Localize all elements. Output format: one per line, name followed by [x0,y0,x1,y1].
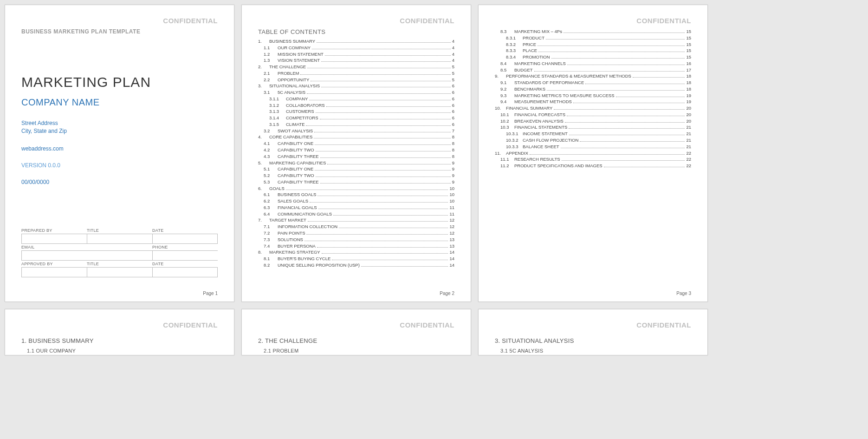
page-6: CONFIDENTIAL 3. SITUATIONAL ANALYSIS 3.1… [478,309,708,355]
toc-entry[interactable]: 3.1.5CLIMATE6 [258,121,454,128]
toc-entry[interactable]: 7.1INFORMATION COLLECTION12 [258,223,454,230]
email-field[interactable] [21,250,152,261]
toc-entry[interactable]: 3.SITUATIONAL ANALYSIS6 [258,83,454,89]
toc-dots [327,164,450,164]
toc-entry[interactable]: 8.2UNIQUE SELLING PROPOSITION (USP)14 [258,262,454,269]
toc-text: BUSINESS GOALS [278,191,316,198]
toc-entry[interactable]: 8.MARKETING STRATEGY14 [258,249,454,256]
toc-text: CAPABILITY ONE [278,140,313,147]
toc-text: MARKETING MIX – 4Ps [514,28,562,35]
toc-entry[interactable]: 5.MARKETING CAPABILITIES9 [258,160,454,166]
toc-num: 4.1 [264,140,275,147]
toc-dots [585,84,685,84]
toc-entry[interactable]: 3.1.3CUSTOMERS6 [258,108,454,115]
toc-entry[interactable]: 6.2SALES GOALS10 [258,198,454,204]
toc-page: 15 [686,28,691,35]
toc-entry[interactable]: 4.3CAPABILITY THREE8 [258,153,454,160]
toc-entry[interactable]: 8.3.4PROMOTION15 [495,54,691,60]
approved-by-field[interactable] [21,267,87,277]
toc-page: 16 [686,60,691,67]
toc-entry[interactable]: 2.1PROBLEM5 [258,70,454,77]
toc-entry[interactable]: 7.TARGET MARKET12 [258,217,454,223]
toc-entry[interactable]: 9.2BENCHMARKS18 [495,86,691,92]
toc-page: 17 [686,67,691,73]
toc-entry[interactable]: 8.3.3PLACE15 [495,47,691,54]
toc-entry[interactable]: 10.3.3BALANCE SHEET21 [495,144,691,150]
toc-num: 7.4 [264,243,275,249]
prepared-by-field[interactable] [21,234,87,244]
toc-num: 10.3.3 [506,144,520,150]
date-field[interactable] [152,234,218,244]
toc-entry[interactable]: 1.2MISSION STATEMENT4 [258,51,454,58]
title-field-2[interactable] [87,267,152,277]
toc-entry[interactable]: 7.2PAIN POINTS12 [258,230,454,236]
toc-entry[interactable]: 9.3MARKETING METRICS TO MEASURE SUCCESS1… [495,92,691,99]
toc-entry[interactable]: 1.3VISION STATEMENT4 [258,57,454,64]
toc-entry[interactable]: 8.3.1PRODUCT15 [495,35,691,41]
toc-page: 14 [449,262,454,269]
signature-form: PREPARED BY TITLE DATE EMAIL PHONE APPRO… [21,228,218,278]
toc-entry[interactable]: 1.BUSINESS SUMMARY4 [258,38,454,45]
toc-num: 8.1 [264,256,275,262]
toc-num: 9. [495,73,503,79]
toc-page: 5 [452,64,454,70]
toc-entry[interactable]: 4.CORE CAPABILITIES8 [258,134,454,140]
toc-entry[interactable]: 3.15C ANALYSIS6 [258,89,454,96]
toc-entry[interactable]: 10.FINANCIAL SUMMARY20 [495,105,691,111]
toc-dots [310,202,448,203]
date-field-2[interactable] [152,267,218,277]
page-3: CONFIDENTIAL 8.3MARKETING MIX – 4Ps158.3… [478,5,708,302]
toc-entry[interactable]: 4.2CAPABILITY TWO8 [258,147,454,153]
toc-entry[interactable]: 3.1.2COLLABORATORS6 [258,102,454,109]
toc-entry[interactable]: 8.5BUDGET17 [495,67,691,73]
toc-entry[interactable]: 11.1RESEARCH RESULTS22 [495,156,691,163]
toc-entry[interactable]: 9.4MEASUREMENT METHODS19 [495,98,691,105]
date-label: DATE [152,228,218,233]
toc-num: 10.2 [500,118,512,124]
toc-entry[interactable]: 5.2CAPABILITY TWO9 [258,172,454,179]
toc-entry[interactable]: 11.APPENDIX22 [495,150,691,157]
toc-entry[interactable]: 1.1OUR COMPANY4 [258,45,454,51]
toc-entry[interactable]: 6.1BUSINESS GOALS10 [258,191,454,198]
toc-dots [307,68,451,68]
toc-dots [333,215,448,216]
toc-entry[interactable]: 6.3FINANCIAL GOALS11 [258,204,454,211]
city-state-zip: City, State and Zip [21,127,218,135]
toc-entry[interactable]: 5.3CAPABILITY THREE9 [258,179,454,185]
toc-entry[interactable]: 9.PERFORMANCE STANDARDS & MEASUREMENT ME… [495,73,691,79]
toc-entry[interactable]: 5.1CAPABILITY ONE9 [258,166,454,172]
toc-entry[interactable]: 8.3.2PRICE15 [495,41,691,48]
toc-entry[interactable]: 10.3FINANCIAL STATEMENTS21 [495,124,691,131]
toc-entry[interactable]: 10.3.1INCOME STATEMENT21 [495,131,691,137]
toc-entry[interactable]: 4.1CAPABILITY ONE8 [258,140,454,147]
toc-dots [320,157,451,158]
toc-entry[interactable]: 6.GOALS10 [258,185,454,192]
toc-page: 6 [452,89,454,96]
toc-entry[interactable]: 8.4MARKETING CHANNELS16 [495,60,691,67]
toc-entry[interactable]: 10.1FINANCIAL FORECASTS20 [495,111,691,118]
toc-text: UNIQUE SELLING PROPOSITION (USP) [278,262,360,269]
phone-field[interactable] [152,250,218,261]
toc-entry[interactable]: 3.1.1COMPANY6 [258,96,454,102]
toc-page: 8 [452,140,454,147]
toc-entry[interactable]: 2.2OPPORTUNITY5 [258,77,454,83]
toc-text: PROBLEM [278,70,299,77]
toc-entry[interactable]: 9.1STANDARDS OF PERFORMANCE18 [495,79,691,86]
toc-entry[interactable]: 2.THE CHALLENGE5 [258,64,454,70]
toc-entry[interactable]: 6.4COMMUNICATION GOALS11 [258,211,454,217]
toc-entry[interactable]: 3.2SWOT ANALYSIS7 [258,128,454,134]
toc-entry[interactable]: 7.4BUYER PERSONA13 [258,243,454,249]
toc-entry[interactable]: 10.3.2CASH FLOW PROJECTION21 [495,137,691,144]
title-field[interactable] [87,234,152,244]
toc-page: 22 [686,163,691,169]
toc-entry[interactable]: 10.2BREAKEVEN ANALYSIS20 [495,118,691,124]
toc-page: 6 [452,83,454,89]
toc-entry[interactable]: 8.3MARKETING MIX – 4Ps15 [495,28,691,35]
toc-text: VISION STATEMENT [278,57,320,64]
toc-entry[interactable]: 8.1BUYER'S BUYING CYCLE14 [258,256,454,262]
toc-entry[interactable]: 3.1.4COMPETITORS6 [258,115,454,121]
toc-dots [538,52,685,52]
toc-entry[interactable]: 7.3SOLUTIONS13 [258,236,454,243]
toc-entry[interactable]: 11.2PRODUCT SPECIFICATIONS AND IMAGES22 [495,163,691,169]
confidential-label: CONFIDENTIAL [636,321,691,329]
